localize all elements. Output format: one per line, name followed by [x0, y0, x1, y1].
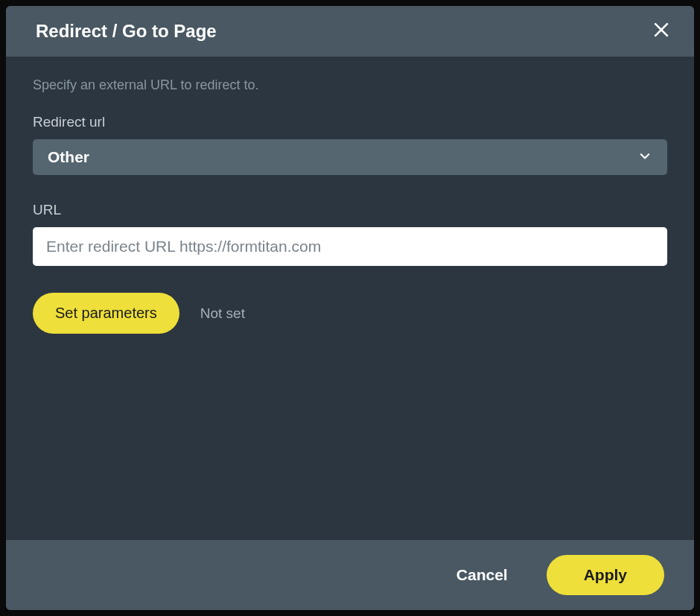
- redirect-url-dropdown[interactable]: Other: [33, 139, 667, 175]
- url-input[interactable]: [33, 227, 667, 266]
- url-label: URL: [33, 202, 667, 218]
- set-parameters-button[interactable]: Set parameters: [33, 293, 179, 334]
- parameters-row: Set parameters Not set: [33, 293, 667, 334]
- dialog-footer: Cancel Apply: [6, 540, 694, 610]
- dialog-description: Specify an external URL to redirect to.: [33, 77, 667, 93]
- dialog-title: Redirect / Go to Page: [36, 21, 217, 42]
- dialog-body: Specify an external URL to redirect to. …: [6, 57, 694, 540]
- redirect-url-value: Other: [48, 148, 89, 166]
- close-icon: [652, 20, 671, 42]
- redirect-dialog: Redirect / Go to Page Specify an externa…: [6, 6, 694, 610]
- close-button[interactable]: [649, 19, 673, 43]
- dialog-header: Redirect / Go to Page: [6, 6, 694, 57]
- apply-button[interactable]: Apply: [547, 555, 664, 595]
- cancel-button[interactable]: Cancel: [456, 566, 508, 584]
- redirect-url-label: Redirect url: [33, 114, 667, 130]
- parameters-status: Not set: [200, 305, 245, 322]
- chevron-down-icon: [637, 148, 652, 166]
